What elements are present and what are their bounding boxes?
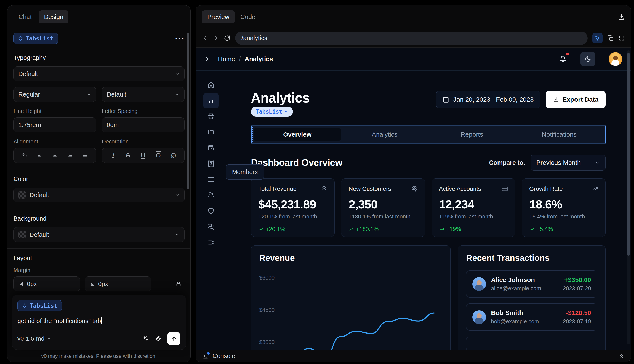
sparkles-icon[interactable] (142, 335, 148, 342)
chevron-down-icon (175, 72, 180, 76)
chevron-down-icon (595, 160, 600, 165)
tab-reports[interactable]: Reports (428, 128, 516, 141)
send-button[interactable] (167, 332, 180, 345)
italic-icon[interactable]: I (109, 152, 117, 159)
diamond-icon (18, 36, 23, 41)
chevrons-up-icon[interactable] (618, 353, 624, 359)
prompt-composer[interactable]: TabsList get rid of the "notifications" … (12, 295, 186, 350)
chevron-down-icon (175, 232, 180, 237)
design-mode-pointer-icon[interactable] (592, 33, 603, 43)
overline-icon[interactable]: O (154, 152, 163, 159)
font-weight-select[interactable]: Regular (14, 87, 96, 102)
background-select[interactable]: Default (14, 227, 185, 242)
margin-vertical-icon (90, 281, 95, 286)
component-badge[interactable]: TabsList (251, 107, 293, 116)
stat-card-active-accounts: Active Accounts 12,234 +19% from last mo… (432, 178, 515, 237)
members-tooltip: Members (226, 164, 264, 180)
download-icon[interactable] (618, 14, 625, 20)
margin-horizontal-icon (18, 281, 24, 286)
trending-up-icon (258, 227, 263, 232)
tab-notifications[interactable]: Notifications (516, 128, 603, 141)
color-select[interactable]: Default (14, 188, 185, 202)
refresh-icon[interactable] (224, 35, 230, 41)
breadcrumb-home[interactable]: Home (218, 56, 235, 63)
line-height-label: Line Height (14, 108, 96, 114)
receipt-dollar-icon[interactable] (203, 156, 219, 172)
expand-icon[interactable] (156, 281, 168, 287)
dollar-icon (321, 186, 327, 192)
typography-section: Typography Default Regular Default Line … (8, 48, 190, 170)
user-avatar[interactable] (609, 52, 622, 66)
line-height-input[interactable]: 1.75rem (14, 118, 96, 132)
notifications-bell-icon[interactable] (559, 56, 566, 62)
members-users-icon[interactable] (203, 187, 219, 203)
breadcrumb: Home / Analytics (218, 56, 273, 63)
fullscreen-icon[interactable] (618, 35, 625, 41)
back-icon[interactable] (202, 35, 208, 41)
prompt-input[interactable]: get rid of the "notifications" tab (18, 317, 180, 324)
printer-icon[interactable] (203, 108, 219, 124)
credit-card-icon[interactable] (203, 172, 219, 187)
panel-scrollbar[interactable] (187, 33, 189, 189)
tab-preview[interactable]: Preview (202, 10, 235, 24)
color-label: Color (14, 176, 185, 182)
align-center-icon[interactable] (51, 152, 59, 158)
avatar (472, 277, 486, 291)
lock-icon[interactable] (173, 281, 185, 287)
selected-component-chip[interactable]: TabsList (14, 33, 58, 44)
chevron-down-icon (87, 92, 91, 97)
underline-icon[interactable]: U (139, 152, 147, 159)
preview-scrollbar[interactable] (627, 50, 630, 344)
tab-analytics[interactable]: Analytics (341, 128, 428, 141)
forward-icon[interactable] (213, 35, 219, 41)
chevron-down-icon (284, 110, 288, 114)
export-data-button[interactable]: Export Data (546, 91, 606, 108)
background-section: Background Default (8, 209, 190, 249)
font-family-select[interactable]: Default (14, 66, 185, 82)
compare-label: Compare to: (489, 159, 525, 166)
shield-icon[interactable] (203, 203, 219, 219)
margin-x-input[interactable]: 0px (14, 276, 80, 291)
undo-icon[interactable] (20, 152, 29, 158)
no-decoration-icon[interactable]: ∅ (169, 152, 178, 159)
dark-mode-toggle[interactable] (580, 52, 595, 66)
paperclip-icon[interactable] (154, 335, 161, 342)
console-bar[interactable]: Console (196, 350, 631, 362)
compare-select[interactable]: Previous Month (530, 154, 606, 171)
tab-design[interactable]: Design (39, 10, 68, 24)
prompt-component-chip[interactable]: TabsList (18, 300, 62, 311)
date-range-picker[interactable]: Jan 20, 2023 - Feb 09, 2023 (436, 91, 540, 108)
y-axis-tick-label: $6000 (259, 274, 283, 281)
margin-label: Margin (14, 267, 185, 274)
align-justify-icon[interactable] (81, 152, 89, 158)
sidebar-toggle-icon[interactable] (204, 56, 210, 62)
margin-y-input[interactable]: 0px (85, 276, 151, 291)
align-left-icon[interactable] (36, 152, 44, 158)
home-icon[interactable] (203, 77, 219, 93)
model-select[interactable]: v0-1.5-md (18, 335, 51, 342)
align-right-icon[interactable] (66, 152, 74, 158)
more-menu-icon[interactable]: ••• (175, 35, 185, 42)
chart-line (289, 268, 438, 350)
tab-overview[interactable]: Overview (254, 128, 341, 141)
url-input[interactable]: /analytics (235, 32, 588, 45)
analytics-bar-chart-icon[interactable] (203, 93, 219, 108)
copy-icon[interactable] (607, 35, 614, 41)
letter-spacing-label: Letter Spacing (102, 108, 185, 114)
tab-chat[interactable]: Chat (14, 10, 37, 24)
tab-code[interactable]: Code (235, 10, 261, 24)
section-title: Dashboard Overview (251, 157, 342, 168)
trending-up-icon (349, 227, 354, 232)
folder-icon[interactable] (203, 124, 219, 140)
design-panel-tabs: Chat Design (8, 5, 190, 29)
letter-spacing-input[interactable]: 0em (102, 118, 185, 132)
diamond-icon (22, 303, 27, 308)
app-viewport: Home / Analytics (196, 48, 631, 350)
wallet-icon[interactable] (203, 140, 219, 156)
breadcrumb-current: Analytics (244, 56, 273, 63)
messages-icon[interactable] (203, 219, 219, 235)
scrollbar-thumb[interactable] (627, 53, 630, 256)
video-icon[interactable] (203, 235, 219, 250)
font-size-select[interactable]: Default (102, 87, 185, 102)
strikethrough-icon[interactable]: S (124, 152, 132, 159)
